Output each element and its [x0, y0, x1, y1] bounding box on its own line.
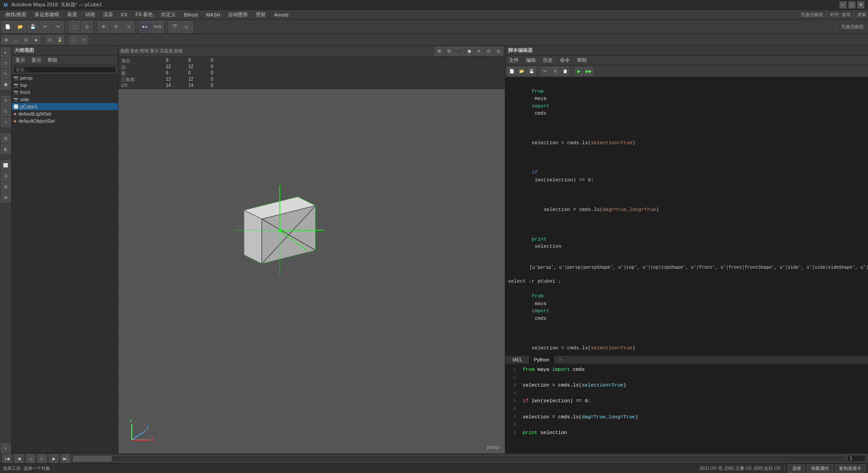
lasso-icon-button[interactable]: ⊙: [1, 58, 11, 68]
maximize-button[interactable]: □: [848, 1, 855, 9]
menu-item-arnold[interactable]: Arnold: [270, 11, 292, 18]
tab-mel[interactable]: MEL: [507, 356, 529, 364]
se-menu-file[interactable]: 文件: [507, 56, 521, 64]
mirror-button[interactable]: ⊣: [79, 35, 88, 44]
se-cut-button[interactable]: ✂: [541, 67, 550, 76]
tree-item-top[interactable]: 📷 top: [12, 82, 118, 89]
anim-next-button[interactable]: ▶: [49, 454, 58, 463]
menu-item-curves-surfaces[interactable]: 曲线/曲面: [2, 10, 30, 19]
vp-icon-4[interactable]: ◼: [464, 47, 473, 56]
menu-item-animation[interactable]: 动画: [82, 10, 99, 19]
se-new-button[interactable]: 📄: [507, 67, 516, 76]
select-button[interactable]: 选择: [788, 464, 805, 473]
tree-item-side[interactable]: 📷 side: [12, 96, 118, 103]
anim-start-button[interactable]: |◀: [3, 454, 12, 463]
anim-play-back-button[interactable]: ◁: [26, 454, 35, 463]
menu-item-mash[interactable]: MASH: [202, 11, 224, 18]
select-tool-button[interactable]: ⬚: [69, 21, 80, 33]
vp-menu-view[interactable]: 视图: [120, 48, 129, 54]
menu-item-rigging[interactable]: 装置: [64, 10, 81, 19]
sculpt-icon-button[interactable]: ⬟: [1, 80, 11, 90]
tree-item-objectset[interactable]: ◈ defaultObjectSet: [12, 117, 118, 125]
se-menu-history[interactable]: 历史: [541, 56, 555, 64]
nurbs-button[interactable]: SVG: [152, 21, 164, 33]
vp-icon-7[interactable]: ◎: [494, 47, 503, 56]
tab-python[interactable]: Python: [529, 356, 555, 364]
menu-item-lighting[interactable]: 照射: [252, 10, 269, 19]
vp-menu-lighting[interactable]: 照明: [140, 48, 149, 54]
anim-play-button[interactable]: ▷: [38, 454, 47, 463]
menu-item-motion-graphics[interactable]: 运动图形: [225, 10, 252, 19]
history-button[interactable]: ⌛: [55, 35, 64, 44]
playblast-button[interactable]: ▷: [181, 21, 193, 33]
se-open-button[interactable]: 📂: [517, 67, 526, 76]
menu-item-poly-modeling[interactable]: 多边形建模: [31, 10, 63, 19]
scale-icon-button[interactable]: ⤡: [1, 117, 11, 127]
close-button[interactable]: ✕: [857, 1, 864, 9]
tree-item-persp[interactable]: 📷 persp: [12, 74, 118, 82]
script-input-area[interactable]: 1 from maya import cmds 2 3 selection = …: [505, 364, 868, 453]
frame-input[interactable]: [847, 455, 865, 462]
vp-icon-6[interactable]: ⊙: [484, 47, 493, 56]
anim-prev-button[interactable]: ◀: [14, 454, 23, 463]
rotate-tool-button[interactable]: ↻: [110, 21, 122, 33]
outliner-menu-show[interactable]: 显示: [13, 56, 27, 64]
se-copy-button[interactable]: ⎘: [551, 67, 560, 76]
outliner-menu-help[interactable]: 帮助: [46, 56, 59, 64]
tree-item-lightset[interactable]: ◈ defaultLightSet: [12, 110, 118, 117]
vp-icon-5[interactable]: ≡: [474, 47, 483, 56]
xform-button[interactable]: X: [45, 35, 54, 44]
soft-select-button[interactable]: ◐: [1, 144, 11, 154]
move-icon-button[interactable]: ✛: [1, 96, 11, 106]
tree-item-pcube1[interactable]: ⬜ pCube1: [12, 103, 118, 110]
channel-box-button[interactable]: ≡: [1, 443, 11, 453]
rotate-icon-button[interactable]: ↻: [1, 107, 11, 116]
viewport-canvas[interactable]: Z X Y persp: [118, 89, 505, 453]
smooth-button[interactable]: ◌: [69, 35, 78, 44]
snap-point-button[interactable]: ◎: [22, 35, 30, 44]
vp-icon-1[interactable]: ⊞: [435, 47, 444, 56]
vp-menu-renderer[interactable]: 渲染器: [160, 48, 173, 54]
menu-item-render[interactable]: 渲染: [100, 10, 117, 19]
snap-surface-button[interactable]: ◈: [31, 35, 40, 44]
se-menu-help[interactable]: 帮助: [575, 56, 589, 64]
anim-end-button[interactable]: ▶|: [61, 454, 70, 463]
scale-tool-button[interactable]: ⤡: [123, 21, 135, 33]
vp-menu-show[interactable]: 显示: [150, 48, 159, 54]
search-input[interactable]: [13, 66, 116, 73]
se-paste-button[interactable]: 📋: [560, 67, 569, 76]
panel3-button[interactable]: ⊞: [1, 182, 11, 192]
render-button[interactable]: 🎬: [169, 21, 180, 33]
se-run-all-button[interactable]: ▶▶: [584, 67, 593, 76]
panel2-button[interactable]: ⊟: [1, 171, 11, 181]
vp-menu-panels[interactable]: 面板: [174, 48, 183, 54]
menu-item-fx-shading[interactable]: FX 着色: [132, 10, 156, 19]
minimize-button[interactable]: ─: [839, 1, 846, 9]
move-tool-button[interactable]: ✛: [98, 21, 109, 33]
vp-icon-2[interactable]: ⊟: [445, 47, 454, 56]
panel1-button[interactable]: ⬜: [1, 160, 11, 170]
menu-item-bifrost[interactable]: Bifrost: [180, 11, 201, 18]
open-file-button[interactable]: 📂: [14, 21, 26, 33]
se-menu-command[interactable]: 命令: [558, 56, 572, 64]
menu-item-custom[interactable]: 自定义: [157, 10, 179, 19]
save-file-button[interactable]: 💾: [27, 21, 39, 33]
tree-item-front[interactable]: 📷 front: [12, 89, 118, 96]
outliner-menu-display[interactable]: 显示: [30, 56, 43, 64]
redo-button[interactable]: ↪: [52, 21, 64, 33]
lasso-tool-button[interactable]: ⊙: [81, 21, 93, 33]
paint-icon-button[interactable]: ✎: [1, 69, 11, 79]
copy-tab-button[interactable]: 复制选项卡: [835, 464, 865, 473]
snap-curve-button[interactable]: ◡: [12, 35, 21, 44]
new-file-button[interactable]: 📄: [2, 21, 13, 33]
tab-add-button[interactable]: +: [555, 356, 565, 364]
se-run-button[interactable]: ▶: [574, 67, 583, 76]
panel4-button[interactable]: ⊠: [1, 193, 11, 202]
undo-button[interactable]: ↩: [39, 21, 51, 33]
snap-icon-button[interactable]: ⊞: [1, 133, 11, 143]
vp-icon-3[interactable]: ⬛: [455, 47, 464, 56]
select-icon-button[interactable]: ▸: [1, 47, 11, 57]
poly-button[interactable]: ■▲: [139, 21, 151, 33]
load-attr-button[interactable]: 加载属性: [807, 464, 833, 473]
se-menu-edit[interactable]: 编辑: [524, 56, 538, 64]
